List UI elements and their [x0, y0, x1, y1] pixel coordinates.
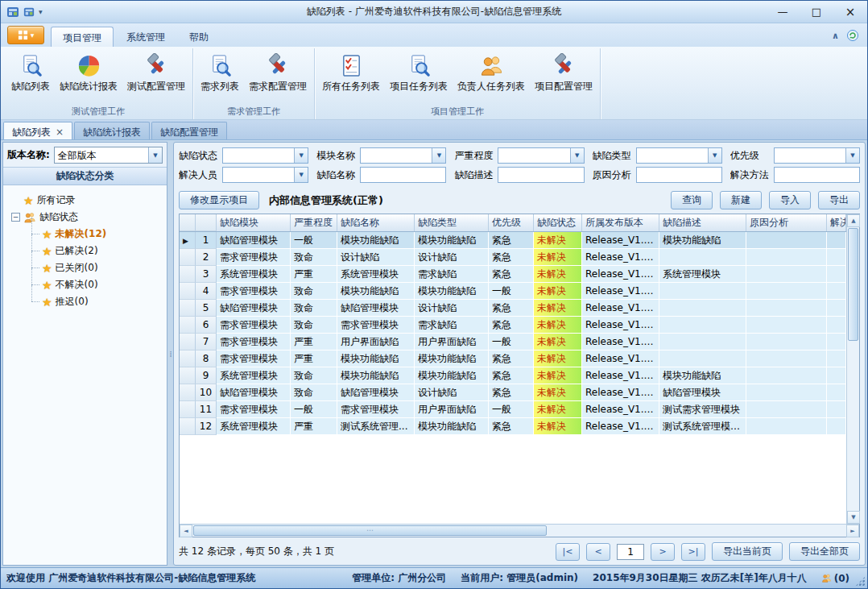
ribbon-button[interactable]: 项目配置管理 [530, 50, 597, 95]
filter-text-input[interactable] [498, 168, 583, 182]
search-button[interactable]: 查询 [671, 191, 713, 209]
column-header-description[interactable]: 缺陷描述 [659, 214, 746, 231]
scroll-left-icon[interactable]: ◄ [180, 525, 192, 537]
document-tab[interactable]: 缺陷配置管理 [151, 122, 227, 139]
export-button[interactable]: 导出 [818, 191, 860, 209]
column-header-priority[interactable]: 优先级 [489, 214, 534, 231]
document-tab[interactable]: 缺陷统计报表 [74, 122, 150, 139]
quick-access-caret-icon[interactable]: ▼ [39, 9, 43, 15]
filter-input[interactable]: ▼ [222, 147, 308, 164]
ribbon-tab[interactable]: 系统管理 [115, 27, 176, 47]
filter-text-input[interactable] [637, 148, 708, 163]
table-row[interactable]: ▶ 9 系统管理模块 致命 模块功能缺陷 模块功能缺陷 紧急 未解决 Relea… [180, 367, 846, 384]
filter-text-input[interactable] [775, 168, 859, 182]
horizontal-scrollbar-thumb[interactable]: ⋮⋮⋮ [193, 525, 547, 536]
dropdown-arrow-icon[interactable]: ▼ [845, 148, 859, 163]
app-menu-button[interactable]: ▼ [7, 26, 44, 44]
filter-input[interactable]: ▼ [498, 147, 584, 164]
resize-grip[interactable] [855, 576, 866, 587]
document-tab[interactable]: 缺陷列表 × [3, 122, 72, 139]
table-row[interactable]: ▶ 3 系统管理模块 严重 系统管理模块 需求缺陷 紧急 未解决 Release… [180, 266, 846, 283]
vertical-scrollbar-thumb[interactable] [848, 228, 858, 341]
tree-item[interactable]: − ★ 未解决(12) [5, 226, 165, 243]
version-select[interactable]: 全部版本 ▼ [54, 147, 163, 164]
filter-input[interactable]: ▼ [636, 147, 722, 164]
ribbon-button[interactable]: 缺陷列表 [6, 50, 55, 95]
export-all-pages-button[interactable]: 导出全部页 [789, 542, 860, 561]
collapse-ribbon-icon[interactable]: ∧ [832, 31, 839, 41]
close-button[interactable]: × [833, 2, 867, 23]
layout-icon[interactable] [23, 6, 35, 18]
minimize-button[interactable]: — [766, 2, 800, 23]
dropdown-arrow-icon[interactable]: ▼ [294, 148, 308, 163]
column-header-name[interactable]: 缺陷名称 [337, 214, 415, 231]
filter-text-input[interactable] [223, 168, 294, 182]
column-header-severity[interactable]: 严重程度 [291, 214, 337, 231]
dropdown-arrow-icon[interactable]: ▼ [294, 168, 308, 182]
ribbon-tab[interactable]: 帮助 [178, 27, 220, 47]
column-header-module[interactable]: 缺陷模块 [217, 214, 291, 231]
filter-text-input[interactable] [498, 148, 569, 163]
ribbon-button[interactable]: 缺陷统计报表 [55, 50, 122, 95]
column-header-cause[interactable]: 原因分析 [746, 214, 827, 231]
ribbon-button[interactable]: 项目任务列表 [385, 50, 453, 95]
table-row[interactable]: ▶ 2 需求管理模块 致命 设计缺陷 设计缺陷 紧急 未解决 Release_V… [180, 249, 846, 266]
scroll-up-icon[interactable]: ▲ [847, 214, 860, 227]
dropdown-arrow-icon[interactable]: ▼ [570, 148, 584, 163]
scroll-down-icon[interactable]: ▼ [847, 511, 860, 524]
ribbon-tab[interactable]: 项目管理 [51, 27, 114, 47]
horizontal-scrollbar[interactable]: ◄ ⋮⋮⋮ ► [180, 524, 859, 537]
maximize-button[interactable]: □ [800, 2, 833, 23]
table-row[interactable]: ▶ 8 需求管理模块 严重 模块功能缺陷 模块功能缺陷 紧急 未解决 Relea… [180, 350, 846, 367]
column-header-solution[interactable]: 解决方法 [827, 214, 846, 231]
filter-input[interactable]: ▼ [774, 147, 860, 164]
filter-text-input[interactable] [361, 148, 432, 163]
tree-item[interactable]: − ★ 已关闭(0) [5, 259, 165, 276]
dropdown-arrow-icon[interactable]: ▼ [148, 147, 162, 163]
modify-columns-button[interactable]: 修改显示项目 [179, 191, 259, 209]
import-button[interactable]: 导入 [769, 191, 811, 209]
vertical-scrollbar[interactable]: ▲ ▼ [846, 214, 859, 524]
filter-input[interactable]: ▼ [774, 167, 860, 183]
filter-input[interactable]: ▼ [360, 167, 446, 183]
dropdown-arrow-icon[interactable]: ▼ [708, 148, 721, 163]
tree-item[interactable]: − ★ 所有记录 [5, 192, 165, 209]
column-header-status[interactable]: 缺陷状态 [534, 214, 582, 231]
table-row[interactable]: ▶ 6 需求管理模块 致命 需求管理模块 需求缺陷 紧急 未解决 Release… [180, 317, 846, 334]
filter-text-input[interactable] [775, 148, 845, 163]
new-button[interactable]: 新建 [720, 191, 762, 209]
tree-item[interactable]: − ★ 推迟(0) [5, 293, 165, 310]
filter-text-input[interactable] [637, 168, 721, 182]
splitter[interactable]: ⁞ [167, 142, 173, 566]
table-row[interactable]: ▶ 10 缺陷管理模块 致命 缺陷管理模块 设计缺陷 紧急 未解决 Releas… [180, 384, 846, 401]
filter-input[interactable]: ▼ [498, 167, 584, 183]
ribbon-button[interactable]: 需求配置管理 [244, 50, 312, 95]
tab-close-icon[interactable]: × [56, 127, 64, 137]
column-header-type[interactable]: 缺陷类型 [415, 214, 489, 231]
table-row[interactable]: ▶ 5 缺陷管理模块 致命 缺陷管理模块 设计缺陷 紧急 未解决 Release… [180, 300, 846, 317]
page-number-input[interactable] [617, 544, 644, 560]
filter-input[interactable]: ▼ [636, 167, 722, 183]
table-row[interactable]: ▶ 12 系统管理模块 严重 测试系统管理... 模块功能缺陷 紧急 未解决 R… [180, 418, 846, 435]
column-header-release[interactable]: 所属发布版本 [582, 214, 659, 231]
export-current-page-button[interactable]: 导出当前页 [712, 542, 783, 561]
dropdown-arrow-icon[interactable]: ▼ [432, 148, 445, 163]
app-icon[interactable] [6, 6, 19, 19]
ribbon-button[interactable]: 负责人任务列表 [453, 50, 530, 95]
filter-input[interactable]: ▼ [360, 147, 446, 164]
filter-input[interactable]: ▼ [222, 167, 308, 183]
filter-text-input[interactable] [361, 168, 445, 182]
next-page-button[interactable]: > [651, 543, 675, 561]
tree-item[interactable]: − ★ 缺陷状态 [5, 209, 165, 226]
tree-item[interactable]: − ★ 已解决(2) [5, 243, 165, 259]
table-row[interactable]: ▶ 7 需求管理模块 严重 用户界面缺陷 用户界面缺陷 一般 未解决 Relea… [180, 334, 846, 350]
ribbon-button[interactable]: 所有任务列表 [317, 50, 385, 95]
ribbon-button[interactable]: 需求列表 [196, 50, 244, 95]
tree-item[interactable]: − ★ 不解决(0) [5, 276, 165, 293]
table-row[interactable]: ▶ 11 需求管理模块 一般 需求管理模块 用户界面缺陷 一般 未解决 Rele… [180, 401, 846, 418]
filter-text-input[interactable] [223, 148, 294, 163]
ribbon-button[interactable]: 测试配置管理 [122, 50, 190, 95]
tree-collapse-icon[interactable]: − [11, 213, 20, 222]
scroll-right-icon[interactable]: ► [846, 525, 859, 537]
table-row[interactable]: ▶ 4 需求管理模块 致命 模块功能缺陷 模块功能缺陷 一般 未解决 Relea… [180, 283, 846, 300]
